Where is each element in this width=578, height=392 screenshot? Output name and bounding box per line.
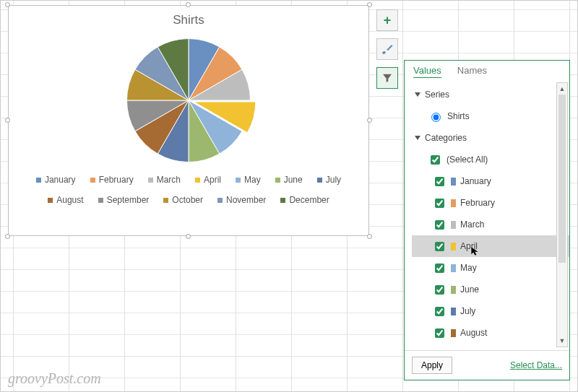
filter-tree: Series Shirts Categories (Select All) Ja… (405, 79, 569, 350)
category-label: March (460, 219, 484, 230)
categories-group-header[interactable]: Categories (412, 127, 569, 149)
category-item[interactable]: February (412, 192, 569, 214)
chart-styles-button[interactable] (376, 38, 398, 60)
category-swatch (451, 329, 456, 337)
select-all-label: (Select All) (447, 154, 488, 165)
legend-item: April (195, 175, 221, 185)
resize-handle[interactable] (367, 118, 372, 123)
chart-object[interactable]: Shirts JanuaryFebruaryMarchAprilMayJuneJ… (8, 5, 369, 236)
category-swatch (451, 286, 456, 294)
chart-filter-popover: Values Names Series Shirts Categories (S… (404, 60, 570, 380)
chart-filters-button[interactable] (376, 67, 398, 89)
category-item[interactable]: July (412, 300, 569, 322)
category-label: July (460, 306, 475, 316)
category-checkbox[interactable] (435, 177, 444, 186)
category-swatch (451, 221, 456, 229)
plus-icon: + (384, 13, 392, 28)
series-label: Shirts (447, 111, 470, 121)
category-item[interactable]: August (412, 322, 569, 344)
legend-swatch (236, 178, 241, 183)
category-label: August (460, 328, 487, 338)
category-item[interactable]: May (412, 257, 569, 279)
legend-swatch (36, 178, 41, 183)
tab-values[interactable]: Values (413, 65, 441, 78)
legend-item: May (236, 175, 261, 185)
chart-elements-button[interactable]: + (376, 9, 398, 31)
legend-swatch (148, 178, 153, 183)
category-checkbox[interactable] (435, 285, 444, 295)
legend-label: May (244, 175, 261, 185)
category-item[interactable]: March (412, 214, 569, 235)
series-group-header[interactable]: Series (412, 84, 569, 105)
series-item[interactable]: Shirts (412, 105, 569, 127)
legend-label: January (45, 175, 76, 185)
select-all-checkbox[interactable] (431, 155, 440, 165)
categories-label: Categories (425, 133, 467, 143)
legend-swatch (90, 178, 95, 183)
legend-item: November (217, 195, 266, 205)
legend-swatch (195, 178, 200, 183)
scroll-up-icon[interactable]: ▲ (557, 83, 567, 95)
legend-label: December (289, 195, 329, 205)
category-item[interactable]: September (412, 344, 569, 350)
resize-handle[interactable] (367, 2, 372, 7)
category-label: April (460, 241, 478, 251)
category-checkbox[interactable] (435, 263, 444, 273)
category-checkbox[interactable] (435, 199, 444, 208)
apply-button[interactable]: Apply (412, 357, 452, 374)
category-checkbox[interactable] (435, 307, 444, 316)
category-label: June (460, 284, 479, 295)
legend-label: October (172, 195, 203, 205)
resize-handle[interactable] (367, 234, 372, 239)
chart-title: Shirts (9, 6, 368, 27)
filter-tabs: Values Names (405, 61, 569, 79)
legend-label: July (326, 175, 341, 185)
resize-handle[interactable] (186, 234, 191, 239)
legend-item: January (36, 175, 76, 185)
legend-label: April (204, 175, 221, 185)
legend-swatch (275, 178, 280, 183)
category-checkbox[interactable] (435, 220, 444, 230)
legend-swatch (98, 198, 103, 203)
category-item[interactable]: January (412, 170, 569, 192)
category-swatch (451, 178, 456, 186)
category-item[interactable]: June (412, 279, 569, 300)
legend-label: February (99, 175, 134, 185)
legend-item: February (90, 175, 134, 185)
scroll-down-icon[interactable]: ▼ (557, 335, 567, 347)
legend-swatch (317, 178, 322, 183)
legend-label: November (226, 195, 266, 205)
category-swatch (451, 199, 456, 207)
scrollbar[interactable]: ▲ ▼ (556, 82, 568, 347)
category-checkbox[interactable] (435, 242, 444, 251)
category-label: January (460, 176, 491, 186)
scroll-thumb[interactable] (558, 95, 566, 263)
legend-item: October (163, 195, 203, 205)
category-label: May (460, 263, 477, 273)
legend-swatch (217, 198, 223, 203)
category-checkbox[interactable] (435, 328, 444, 338)
select-data-link[interactable]: Select Data... (510, 360, 562, 370)
filter-footer: Apply Select Data... (405, 350, 569, 380)
select-all-row[interactable]: (Select All) (412, 149, 569, 170)
series-label: Series (425, 90, 449, 100)
legend-item: December (280, 195, 329, 205)
category-item[interactable]: April (412, 235, 569, 257)
legend: JanuaryFebruaryMarchAprilMayJuneJulyAugu… (9, 169, 368, 205)
category-checkbox[interactable] (435, 350, 444, 351)
resize-handle[interactable] (186, 2, 191, 7)
legend-swatch (48, 198, 53, 203)
category-label: February (460, 198, 495, 208)
legend-swatch (280, 198, 285, 203)
chart-area[interactable]: Shirts JanuaryFebruaryMarchAprilMayJuneJ… (8, 5, 369, 236)
resize-handle[interactable] (5, 2, 10, 7)
resize-handle[interactable] (5, 118, 10, 123)
pie-chart (9, 27, 368, 169)
legend-label: September (107, 195, 150, 205)
category-label: September (460, 349, 503, 350)
series-radio[interactable] (431, 113, 441, 122)
scroll-track[interactable] (557, 95, 567, 335)
resize-handle[interactable] (5, 234, 10, 239)
collapse-icon (415, 136, 420, 140)
tab-names[interactable]: Names (457, 65, 487, 78)
